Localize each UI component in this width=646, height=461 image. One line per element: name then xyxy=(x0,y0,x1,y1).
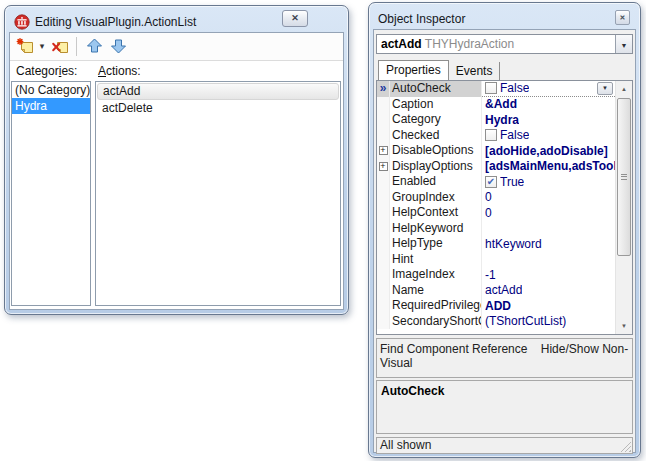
property-value[interactable]: 0 xyxy=(482,205,615,221)
property-name: Category xyxy=(390,112,482,128)
find-component-reference-link[interactable]: Find Component Reference xyxy=(380,342,527,356)
expand-icon[interactable]: + xyxy=(379,146,388,155)
property-row-hint[interactable]: Hint xyxy=(377,252,615,268)
checkbox-unchecked-icon[interactable] xyxy=(485,82,497,94)
close-icon: ✕ xyxy=(620,14,626,21)
property-row-autocheck[interactable]: » AutoCheck False ▼ xyxy=(377,81,615,97)
action-item[interactable]: actDelete xyxy=(96,100,340,117)
description-title: AutoCheck xyxy=(381,384,444,398)
property-rows: » AutoCheck False ▼ Caption &Add xyxy=(377,81,615,334)
arrow-up-icon: ▲ xyxy=(621,86,627,92)
row-gutter xyxy=(377,283,390,299)
property-row-groupindex[interactable]: GroupIndex 0 xyxy=(377,190,615,206)
property-value[interactable]: htKeyword xyxy=(482,236,615,252)
titlebar[interactable]: Editing VisualPlugin.ActionList xyxy=(14,12,288,31)
property-row-displayoptions[interactable]: + DisplayOptions [adsMainMenu,adsToolbar… xyxy=(377,159,615,175)
instance-selector-combo[interactable]: actAdd THYHydraAction ▼ xyxy=(376,34,633,54)
actions-label: Actions: xyxy=(98,64,141,78)
close-icon: ✕ xyxy=(291,13,299,23)
desktop: Editing VisualPlugin.ActionList ✕ xyxy=(0,0,646,461)
chevron-down-icon: ▼ xyxy=(602,85,608,91)
instance-name: actAdd xyxy=(381,37,422,51)
quick-links-panel: Find Component Reference Hide/Show Non-V… xyxy=(376,338,633,378)
property-name: DisplayOptions xyxy=(390,159,482,175)
window-title: Editing VisualPlugin.ActionList xyxy=(35,15,196,29)
new-action-button[interactable] xyxy=(15,37,35,55)
checkbox-unchecked-icon[interactable] xyxy=(485,129,497,141)
chevron-down-icon: ▼ xyxy=(621,42,628,49)
row-gutter xyxy=(377,236,390,252)
delete-action-button[interactable] xyxy=(50,37,70,55)
property-row-disableoptions[interactable]: + DisableOptions [adoHide,adoDisable] xyxy=(377,143,615,159)
row-gutter xyxy=(377,128,390,144)
property-row-name[interactable]: Name actAdd xyxy=(377,283,615,299)
new-action-dropdown-icon: ▾ xyxy=(40,41,45,51)
delete-action-icon xyxy=(51,38,70,55)
row-gutter xyxy=(377,298,390,314)
row-gutter xyxy=(377,190,390,206)
property-row-caption[interactable]: Caption &Add xyxy=(377,97,615,113)
checkbox-checked-icon[interactable]: ✔ xyxy=(485,176,497,188)
property-row-enabled[interactable]: Enabled ✔ True xyxy=(377,174,615,190)
property-row-secondaryshortcuts[interactable]: SecondaryShortCuts (TShortCutList) xyxy=(377,314,615,330)
category-item-selected[interactable]: Hydra xyxy=(12,98,90,114)
arrow-down-icon: ▼ xyxy=(621,323,627,329)
close-button[interactable]: ✕ xyxy=(282,10,308,27)
new-action-dropdown-button[interactable]: ▾ xyxy=(36,37,48,55)
property-value[interactable]: -1 xyxy=(482,267,615,283)
property-row-helptype[interactable]: HelpType htKeyword xyxy=(377,236,615,252)
close-button[interactable]: ✕ xyxy=(615,10,630,25)
tab-events[interactable]: Events xyxy=(449,62,501,80)
property-row-imageindex[interactable]: ImageIndex -1 xyxy=(377,267,615,283)
actions-listbox[interactable]: actAdd actDelete xyxy=(95,81,341,306)
status-text: All shown xyxy=(380,438,431,452)
categories-listbox[interactable]: (No Category) Hydra xyxy=(11,81,91,306)
move-down-button[interactable] xyxy=(108,37,128,55)
scrollbar[interactable]: ▲ ▼ xyxy=(615,81,632,334)
instance-type: THYHydraAction xyxy=(425,37,514,51)
combo-dropdown-button[interactable]: ▼ xyxy=(615,35,632,53)
property-value[interactable]: &Add xyxy=(482,97,615,113)
category-item[interactable]: (No Category) xyxy=(12,82,90,98)
property-value[interactable]: [adsMainMenu,adsToolbar] xyxy=(482,159,615,175)
property-value[interactable]: actAdd xyxy=(482,283,615,299)
tab-properties[interactable]: Properties xyxy=(378,60,449,80)
property-value[interactable]: (TShortCutList) xyxy=(482,314,615,330)
property-row-helpcontext[interactable]: HelpContext 0 xyxy=(377,205,615,221)
row-gutter xyxy=(377,252,390,268)
property-row-category[interactable]: Category Hydra xyxy=(377,112,615,128)
actionlist-client-area: ▾ xyxy=(9,32,344,310)
property-value[interactable]: False ▼ xyxy=(482,81,615,97)
property-value[interactable] xyxy=(482,252,615,268)
resize-grip[interactable] xyxy=(620,441,631,452)
property-value[interactable]: 0 xyxy=(482,190,615,206)
value-dropdown-button[interactable]: ▼ xyxy=(597,82,613,95)
expand-icon[interactable]: + xyxy=(379,162,388,171)
property-name: HelpKeyword xyxy=(390,221,482,237)
scrollbar-up-button[interactable]: ▲ xyxy=(616,81,632,97)
row-gutter xyxy=(377,221,390,237)
property-value[interactable]: Hydra xyxy=(482,112,615,128)
row-gutter xyxy=(377,174,390,190)
property-value[interactable]: ✔ True xyxy=(482,174,615,190)
property-value[interactable]: [adoHide,adoDisable] xyxy=(482,143,615,159)
property-row-checked[interactable]: Checked False xyxy=(377,128,615,144)
window-title: Object Inspector xyxy=(378,12,465,26)
scrollbar-down-button[interactable]: ▼ xyxy=(616,318,632,334)
property-row-helpkeyword[interactable]: HelpKeyword xyxy=(377,221,615,237)
property-value[interactable]: False xyxy=(482,128,615,144)
action-item-selected[interactable]: actAdd xyxy=(97,83,339,100)
property-name: HelpContext xyxy=(390,205,482,221)
row-gutter xyxy=(377,314,390,330)
move-up-button[interactable] xyxy=(84,37,104,55)
actionlist-red-bank-icon xyxy=(14,14,30,30)
property-name: DisableOptions xyxy=(390,143,482,159)
property-value[interactable] xyxy=(482,221,615,237)
property-row-requiredprivilege[interactable]: RequiredPrivilege ADD xyxy=(377,298,615,314)
property-name: Name xyxy=(390,283,482,299)
scrollbar-thumb[interactable] xyxy=(617,98,631,256)
row-gutter: + xyxy=(377,159,390,175)
titlebar[interactable]: Object Inspector xyxy=(378,9,580,28)
property-value[interactable]: ADD xyxy=(482,298,615,314)
property-name: GroupIndex xyxy=(390,190,482,206)
